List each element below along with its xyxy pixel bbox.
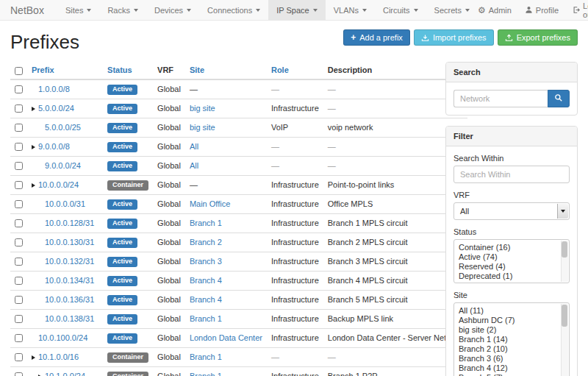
prefix-link[interactable]: 9.0.0.0/24 (45, 161, 81, 170)
nav-item-ip-space[interactable]: IP Space (268, 0, 325, 20)
prefix-link[interactable]: 5.0.0.0/24 (38, 104, 74, 113)
nav-admin-link[interactable]: ⚙Admin (478, 6, 512, 15)
vrf-select[interactable]: All (453, 202, 570, 220)
nav-item-sites[interactable]: Sites (57, 0, 99, 20)
site-listbox[interactable]: All (11)Ashburn DC (7)big site (2)Branch… (453, 302, 570, 376)
row-checkbox[interactable] (15, 372, 23, 376)
scrollbar-thumb[interactable] (562, 241, 567, 258)
row-checkbox[interactable] (15, 219, 23, 227)
site-link[interactable]: London Data Center (190, 333, 262, 342)
prefix-link[interactable]: 1.0.0.0/8 (38, 85, 70, 93)
row-checkbox[interactable] (15, 181, 23, 189)
search-input[interactable] (453, 90, 548, 107)
site-link[interactable]: Branch 4 (190, 295, 222, 304)
site-option[interactable]: Branch 5 (7) (459, 373, 557, 376)
prefix-link[interactable]: 10.0.0.132/31 (45, 257, 94, 266)
prefix-link[interactable]: 5.0.0.0/25 (45, 123, 81, 132)
prefix-link[interactable]: 10.1.0.0/16 (38, 352, 79, 361)
column-header-site[interactable]: Site (185, 62, 267, 79)
prefix-link[interactable]: 9.0.0.0/8 (38, 142, 70, 151)
row-checkbox[interactable] (15, 85, 23, 93)
column-header-status[interactable]: Status (103, 62, 153, 79)
search-button[interactable] (548, 90, 570, 107)
site-link[interactable]: Branch 4 (190, 276, 222, 285)
prefix-link[interactable]: 10.0.0.128/31 (45, 219, 94, 227)
site-link[interactable]: big site (190, 123, 215, 132)
status-option[interactable]: Active (74) (459, 252, 557, 262)
prefix-link[interactable]: 10.0.0.0/24 (38, 180, 79, 189)
site-option[interactable]: Branch 3 (6) (459, 354, 557, 363)
status-option[interactable]: Reserved (4) (459, 262, 557, 272)
table-row: 10.1.0.0/16ContainerGlobalBranch 1—— (10, 347, 467, 366)
column-header-prefix[interactable]: Prefix (27, 62, 103, 79)
row-checkbox[interactable] (15, 124, 23, 132)
filter-label-site: Site (453, 291, 570, 299)
row-checkbox[interactable] (15, 143, 23, 151)
site-link[interactable]: Main Office (190, 199, 230, 208)
row-checkbox[interactable] (15, 200, 23, 208)
site-link[interactable]: big site (190, 104, 215, 113)
nav-item-vlans[interactable]: VLANs (326, 0, 375, 20)
status-listbox[interactable]: Container (16)Active (74)Reserved (4)Dep… (453, 239, 570, 283)
site-option[interactable]: All (11) (459, 306, 557, 316)
prefix-link[interactable]: 10.0.0.136/31 (45, 295, 94, 304)
nav-log-out-link[interactable]: Log out (572, 1, 588, 19)
nav-item-devices[interactable]: Devices (146, 0, 199, 20)
search-within-input[interactable] (453, 166, 570, 183)
export-prefixes-button[interactable]: Export prefixes (498, 29, 578, 46)
prefix-link[interactable]: 10.1.0.0/24 (45, 372, 85, 376)
row-checkbox[interactable] (15, 277, 23, 285)
role-cell: Infrastructure (267, 271, 323, 290)
site-link[interactable]: All (190, 161, 198, 170)
site-link[interactable]: Branch 1 (190, 219, 222, 227)
status-badge: Active (107, 104, 137, 114)
status-option[interactable]: Deprecated (1) (459, 272, 557, 281)
nav-item-circuits[interactable]: Circuits (375, 0, 426, 20)
row-checkbox[interactable] (15, 353, 23, 361)
site-link[interactable]: Branch 2 (190, 238, 222, 246)
site-option[interactable]: Branch 2 (10) (459, 344, 557, 354)
site-link[interactable]: Branch 1 (190, 372, 222, 376)
row-checkbox[interactable] (15, 315, 23, 323)
status-badge: Active (107, 161, 137, 171)
scrollbar-thumb[interactable] (562, 305, 567, 327)
row-checkbox[interactable] (15, 104, 23, 113)
nav-item-racks[interactable]: Racks (99, 0, 146, 20)
brand-logo[interactable]: NetBox (10, 0, 44, 20)
row-checkbox[interactable] (15, 238, 23, 246)
row-checkbox[interactable] (15, 334, 23, 342)
nav-profile-link[interactable]: Profile (525, 6, 559, 15)
row-checkbox[interactable] (15, 296, 23, 304)
site-link[interactable]: Branch 1 (190, 314, 222, 323)
nav-item-connections[interactable]: Connections (199, 0, 268, 20)
prefix-link[interactable]: 10.0.0.138/31 (45, 314, 94, 323)
status-badge: Active (107, 314, 137, 324)
row-checkbox[interactable] (15, 162, 23, 170)
role-cell: — (267, 156, 323, 175)
chevron-down-icon (414, 9, 418, 12)
import-icon (421, 34, 429, 42)
row-checkbox[interactable] (15, 258, 23, 266)
nav-utility-label: Profile (536, 6, 559, 15)
site-link[interactable]: Branch 1 (190, 352, 222, 361)
filter-group-vrf: VRFAll (453, 191, 570, 220)
site-option[interactable]: Ashburn DC (7) (459, 316, 557, 325)
import-prefixes-button[interactable]: Import prefixes (414, 29, 494, 46)
site-link[interactable]: All (190, 142, 198, 151)
prefix-link[interactable]: 10.0.0.134/31 (45, 276, 94, 285)
column-header-role[interactable]: Role (267, 62, 323, 79)
nav-item-secrets[interactable]: Secrets (426, 0, 478, 20)
site-option[interactable]: Branch 4 (12) (459, 363, 557, 373)
site-link[interactable]: Branch 3 (190, 257, 222, 266)
site-option[interactable]: big site (2) (459, 325, 557, 335)
select-all-checkbox[interactable] (15, 67, 23, 75)
prefix-link[interactable]: 10.0.0.130/31 (45, 238, 94, 246)
table-row: 10.0.0.136/31ActiveGlobalBranch 4Infrast… (10, 290, 467, 309)
expand-caret-icon (32, 355, 35, 360)
table-row: 10.0.100.0/24ActiveGlobalLondon Data Cen… (10, 328, 467, 347)
prefix-link[interactable]: 10.0.0.0/31 (45, 199, 85, 208)
prefix-link[interactable]: 10.0.100.0/24 (38, 333, 87, 342)
status-option[interactable]: Container (16) (459, 243, 557, 252)
add-a-prefix-button[interactable]: +Add a prefix (343, 29, 410, 46)
site-option[interactable]: Branch 1 (14) (459, 335, 557, 344)
